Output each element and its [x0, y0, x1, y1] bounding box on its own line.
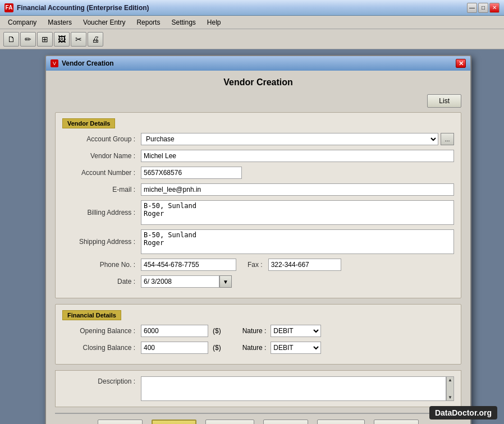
account-number-label: Account Number :	[62, 169, 141, 177]
closing-balance-label: Closing Balance :	[62, 344, 141, 352]
description-scrollbar: ▲ ▼	[446, 376, 454, 401]
billing-address-input[interactable]: B-50, Sunland Roger	[141, 200, 454, 225]
vendor-creation-dialog: V Vendor Creation ✕ Vendor Creation List…	[45, 55, 471, 424]
modal-title: Vendor Creation	[62, 59, 456, 67]
modal-body: Vendor Creation List Vendor Details Acco…	[46, 71, 470, 424]
menu-voucher-entry[interactable]: Voucher Entry	[77, 16, 131, 29]
cancel-button[interactable]: Cancel	[205, 420, 254, 424]
modal-close-button[interactable]: ✕	[456, 59, 466, 68]
close-button[interactable]: ✕	[489, 3, 500, 13]
menu-reports[interactable]: Reports	[131, 16, 166, 29]
account-group-label: Account Group :	[62, 135, 141, 143]
account-number-input[interactable]	[141, 167, 242, 179]
form-title: Vendor Creation	[55, 77, 461, 87]
toolbar-new-button[interactable]: 🗋	[3, 32, 19, 47]
menu-masters[interactable]: Masters	[42, 16, 77, 29]
opening-balance-input[interactable]	[141, 325, 208, 337]
date-row: Date : ▼	[62, 275, 454, 288]
financial-details-section: Financial Details Opening Balance : ($) …	[55, 304, 461, 365]
toolbar-edit-button[interactable]: ✏	[20, 32, 36, 47]
shipping-address-input[interactable]: B-50, Sunland Roger	[141, 229, 454, 254]
modal-icon: V	[51, 59, 58, 67]
main-content: DataDoctor.org V Vendor Creation ✕ Vendo…	[0, 49, 504, 424]
vendor-details-header: Vendor Details	[62, 118, 115, 128]
description-input[interactable]	[141, 376, 446, 401]
vendor-details-section: Vendor Details Account Group : Purchase …	[55, 112, 461, 298]
modal-title-bar: V Vendor Creation ✕	[46, 56, 470, 71]
account-group-select[interactable]: Purchase	[141, 133, 438, 145]
watermark: DataDoctor.org	[429, 406, 497, 420]
closing-balance-input[interactable]	[141, 342, 208, 354]
opening-nature-label: Nature :	[242, 327, 267, 335]
delete-button[interactable]: Delete	[317, 420, 365, 424]
description-row: Description : ▲ ▼	[62, 376, 454, 401]
menu-settings[interactable]: Settings	[166, 16, 201, 29]
list-button-row: List	[55, 94, 461, 108]
minimize-button[interactable]: —	[467, 3, 477, 13]
phone-label: Phone No. :	[62, 261, 141, 269]
fax-label: Fax :	[248, 261, 263, 269]
scroll-down-arrow[interactable]: ▼	[448, 395, 452, 400]
description-input-wrap: ▲ ▼	[141, 376, 454, 401]
account-number-row: Account Number :	[62, 167, 454, 179]
phone-input[interactable]	[141, 259, 236, 271]
save-button[interactable]: Save	[152, 420, 196, 424]
opening-balance-label: Opening Balance :	[62, 327, 141, 335]
account-group-row: Account Group : Purchase ...	[62, 133, 454, 145]
description-label: Description :	[62, 376, 141, 385]
maximize-button[interactable]: □	[478, 3, 488, 13]
opening-currency: ($)	[213, 327, 221, 335]
menu-bar: Company Masters Voucher Entry Reports Se…	[0, 16, 504, 29]
toolbar-cut-button[interactable]: ✂	[71, 32, 86, 47]
toolbar-image-button[interactable]: 🖼	[54, 32, 70, 47]
shipping-address-row: Shipping Address : B-50, Sunland Roger	[62, 229, 454, 254]
email-input[interactable]	[141, 183, 454, 196]
billing-address-label: Billing Address :	[62, 209, 141, 216]
email-label: E-mail :	[62, 186, 141, 193]
account-group-browse-button[interactable]: ...	[441, 133, 454, 145]
phone-fax-row: Phone No. : Fax :	[62, 259, 454, 271]
app-title: Financial Accounting (Enterprise Edition…	[17, 4, 467, 12]
app-icon: FA	[4, 3, 13, 12]
closing-balance-row: Closing Balance : ($) Nature : DEBIT CRE…	[62, 342, 454, 354]
edit-button[interactable]: Edit	[263, 420, 308, 424]
toolbar: 🗋 ✏ ⊞ 🖼 ✂ 🖨	[0, 29, 504, 49]
vendor-name-input[interactable]	[141, 150, 454, 162]
exit-button[interactable]: Exit	[374, 420, 419, 424]
opening-nature-select[interactable]: DEBIT CREDIT	[271, 325, 321, 337]
fax-input[interactable]	[268, 259, 341, 271]
description-section: Description : ▲ ▼	[55, 370, 461, 407]
date-input-group: ▼	[141, 275, 232, 288]
list-button[interactable]: List	[427, 94, 461, 108]
financial-details-header: Financial Details	[62, 310, 121, 320]
scroll-up-arrow[interactable]: ▲	[448, 377, 452, 382]
vendor-name-label: Vendor Name :	[62, 152, 141, 160]
date-picker-button[interactable]: ▼	[219, 275, 232, 288]
email-row: E-mail :	[62, 183, 454, 196]
menu-company[interactable]: Company	[2, 16, 42, 29]
closing-nature-label: Nature :	[242, 344, 267, 352]
shipping-address-label: Shipping Address :	[62, 238, 141, 246]
closing-nature-select[interactable]: DEBIT CREDIT	[271, 342, 321, 354]
toolbar-grid-button[interactable]: ⊞	[37, 32, 53, 47]
vendor-name-row: Vendor Name :	[62, 150, 454, 162]
button-bar: Add Save Cancel Edit Delete Exit	[55, 413, 461, 424]
window-controls: — □ ✕	[467, 3, 500, 13]
date-input[interactable]	[141, 275, 219, 288]
date-label: Date :	[62, 278, 141, 285]
app-title-bar: FA Financial Accounting (Enterprise Edit…	[0, 0, 504, 16]
menu-help[interactable]: Help	[201, 16, 227, 29]
add-button[interactable]: Add	[98, 420, 143, 424]
billing-address-row: Billing Address : B-50, Sunland Roger	[62, 200, 454, 225]
opening-balance-row: Opening Balance : ($) Nature : DEBIT CRE…	[62, 325, 454, 337]
closing-currency: ($)	[213, 344, 221, 352]
toolbar-print-button[interactable]: 🖨	[88, 32, 103, 47]
